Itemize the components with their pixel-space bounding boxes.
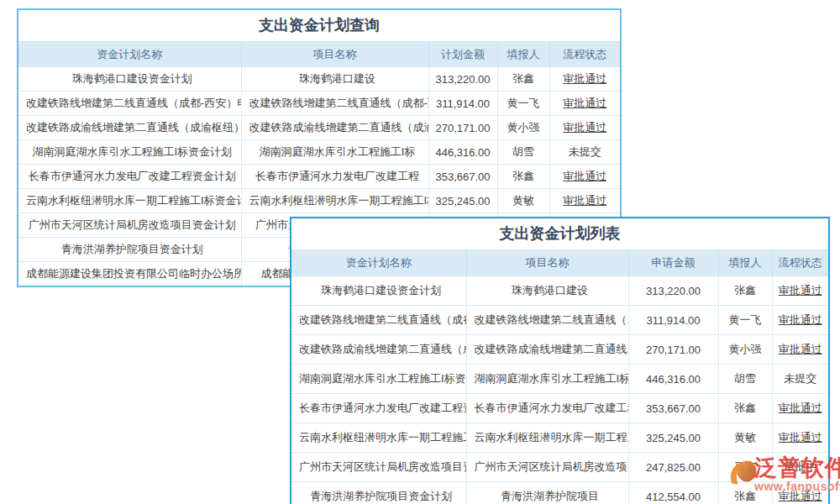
project-name-link[interactable]: 改建铁路线增建第二线直通线（成都-西安）	[241, 92, 428, 116]
plan-name-link[interactable]: 珠海鹤港口建设资金计划	[18, 67, 241, 92]
reporter-link[interactable]: 黄小强	[718, 335, 772, 365]
status-badge[interactable]: 审批通过	[549, 116, 620, 140]
plan-name-link[interactable]: 湖南洞庭湖水库引水工程施工I标资...	[291, 365, 466, 394]
status-badge[interactable]: 审批通过	[772, 423, 828, 453]
status-badge[interactable]: 审批通过	[772, 306, 828, 335]
plan-name-link[interactable]: 改建铁路线增建第二线直通线（成都-西安）电力	[18, 92, 241, 116]
project-name-link[interactable]: 改建铁路成渝线增建第二直通线...	[466, 335, 628, 365]
project-name-link[interactable]: 云南水利枢纽潜明水库一期工程施工I标	[241, 189, 428, 213]
plan-name-link[interactable]: 长春市伊通河水力发电厂改建工程资...	[291, 394, 466, 423]
page: 支出资金计划查询 资金计划名称项目名称计划金额填报人流程状态 珠海鹤港口建设资金…	[0, 0, 840, 504]
plan-name-link[interactable]: 湖南洞庭湖水库引水工程施工I标资金计划	[18, 140, 241, 165]
amount-value: 311,914.00	[628, 306, 718, 335]
project-name-link[interactable]: 长春市伊通河水力发电厂改建工程	[466, 394, 628, 423]
plan-name-link[interactable]: 改建铁路成渝线增建第二直通线（成渝枢纽）电力	[18, 116, 241, 140]
amount-value: 313,220.00	[428, 67, 497, 92]
plan-name-link[interactable]: 成都能源建设集团投资有限公司临时办公场所装	[18, 262, 241, 286]
amount-value: 313,220.00	[628, 276, 718, 306]
amount-value: 270,171.00	[428, 116, 497, 140]
column-header: 流程状态	[772, 250, 828, 276]
column-header: 项目名称	[466, 250, 628, 276]
amount-value: 353,667.00	[428, 165, 497, 189]
query-window-title: 支出资金计划查询	[18, 10, 620, 41]
reporter-link[interactable]: 张鑫	[497, 67, 549, 92]
amount-value: 325,245.00	[428, 189, 497, 213]
reporter-link[interactable]: 黄敏	[497, 189, 549, 213]
plan-name-link[interactable]: 改建铁路成渝线增建第二直通线（成...	[291, 335, 466, 365]
status-badge[interactable]: 审批通过	[772, 394, 828, 423]
table-row: 长春市伊通河水力发电厂改建工程资金计划长春市伊通河水力发电厂改建工程353,66…	[18, 165, 620, 189]
project-name-link[interactable]: 湖南洞庭湖水库引水工程施工I标	[241, 140, 428, 165]
amount-value: 325,245.00	[628, 423, 718, 453]
reporter-link[interactable]: 张鑫	[497, 165, 549, 189]
watermark: 泛普软件 www.fanpusoft.com	[727, 456, 840, 493]
table-row: 湖南洞庭湖水库引水工程施工I标资金计划湖南洞庭湖水库引水工程施工I标446,31…	[18, 140, 620, 165]
table-row: 珠海鹤港口建设资金计划珠海鹤港口建设313,220.00张鑫审批通过	[291, 276, 828, 306]
table-row: 长春市伊通河水力发电厂改建工程资...长春市伊通河水力发电厂改建工程353,66…	[291, 394, 828, 423]
amount-value: 353,667.00	[628, 394, 718, 423]
column-header: 计划金额	[428, 42, 497, 67]
plan-name-link[interactable]: 云南水利枢纽潜明水库一期工程施工...	[291, 423, 466, 453]
amount-value: 311,914.00	[428, 92, 497, 116]
list-window-title: 支出资金计划列表	[291, 218, 828, 249]
reporter-link[interactable]: 张鑫	[718, 394, 772, 423]
project-name-link[interactable]: 云南水利枢纽潜明水库一期工程...	[466, 423, 628, 453]
column-header: 项目名称	[241, 42, 428, 67]
table-row: 湖南洞庭湖水库引水工程施工I标资...湖南洞庭湖水库引水工程施工I标446,31…	[291, 365, 828, 394]
status-badge[interactable]: 未提交	[549, 140, 620, 165]
amount-value: 446,316.00	[428, 140, 497, 165]
plan-name-link[interactable]: 云南水利枢纽潜明水库一期工程施工I标资金计划	[18, 189, 241, 213]
reporter-link[interactable]: 张鑫	[718, 276, 772, 306]
watermark-brand: 泛普软件	[754, 456, 840, 480]
status-badge[interactable]: 审批通过	[549, 165, 620, 189]
plan-name-link[interactable]: 珠海鹤港口建设资金计划	[291, 276, 466, 306]
plan-name-link[interactable]: 长春市伊通河水力发电厂改建工程资金计划	[18, 165, 241, 189]
column-header: 资金计划名称	[18, 42, 241, 67]
project-name-link[interactable]: 广州市天河区统计局机房改造项目	[466, 453, 628, 482]
watermark-text: 泛普软件 www.fanpusoft.com	[754, 456, 840, 493]
project-name-link[interactable]: 湖南洞庭湖水库引水工程施工I标	[466, 365, 628, 394]
reporter-link[interactable]: 黄一飞	[718, 306, 772, 335]
table-row: 改建铁路线增建第二线直通线（成都-西安）电力改建铁路线增建第二线直通线（成都-西…	[18, 92, 620, 116]
column-header: 申请金额	[628, 250, 718, 276]
plan-name-link[interactable]: 广州市天河区统计局机房改造项目资金计划	[18, 213, 241, 238]
amount-value: 412,554.00	[628, 482, 718, 504]
plan-name-link[interactable]: 改建铁路线增建第二线直通线（成都...	[291, 306, 466, 335]
amount-value: 446,316.00	[628, 365, 718, 394]
project-name-link[interactable]: 改建铁路线增建第二线直通线（...	[466, 306, 628, 335]
plan-name-link[interactable]: 广州市天河区统计局机房改造项目资...	[291, 453, 466, 482]
table-row: 云南水利枢纽潜明水库一期工程施工...云南水利枢纽潜明水库一期工程...325,…	[291, 423, 828, 453]
reporter-link[interactable]: 胡雪	[497, 140, 549, 165]
reporter-link[interactable]: 黄小强	[497, 116, 549, 140]
project-name-link[interactable]: 珠海鹤港口建设	[466, 276, 628, 306]
table-row: 改建铁路成渝线增建第二直通线（成...改建铁路成渝线增建第二直通线...270,…	[291, 335, 828, 365]
status-badge[interactable]: 审批通过	[549, 189, 620, 213]
status-badge[interactable]: 审批通过	[772, 276, 828, 306]
plan-name-link[interactable]: 青海洪湖养护院项目资金计划	[291, 482, 466, 504]
status-badge[interactable]: 审批通过	[549, 67, 620, 92]
status-badge[interactable]: 审批通过	[549, 92, 620, 116]
reporter-link[interactable]: 胡雪	[718, 365, 772, 394]
plan-name-link[interactable]: 青海洪湖养护院项目资金计划	[18, 238, 241, 262]
status-badge[interactable]: 审批通过	[772, 335, 828, 365]
list-table-header-row: 资金计划名称项目名称申请金额填报人流程状态	[291, 250, 828, 276]
project-name-link[interactable]: 青海洪湖养护院项目	[466, 482, 628, 504]
project-name-link[interactable]: 改建铁路成渝线增建第二直通线（成渝枢纽）	[241, 116, 428, 140]
watermark-url: www.fanpusoft.com	[754, 480, 840, 493]
fanpu-logo-icon	[727, 458, 758, 490]
amount-value: 247,825.00	[628, 453, 718, 482]
table-row: 珠海鹤港口建设资金计划珠海鹤港口建设313,220.00张鑫审批通过	[18, 67, 620, 92]
table-row: 改建铁路成渝线增建第二直通线（成渝枢纽）电力改建铁路成渝线增建第二直通线（成渝枢…	[18, 116, 620, 140]
table-row: 云南水利枢纽潜明水库一期工程施工I标资金计划云南水利枢纽潜明水库一期工程施工I标…	[18, 189, 620, 213]
project-name-link[interactable]: 珠海鹤港口建设	[241, 67, 428, 92]
status-badge[interactable]: 未提交	[772, 365, 828, 394]
reporter-link[interactable]: 黄敏	[718, 423, 772, 453]
column-header: 资金计划名称	[291, 250, 466, 276]
column-header: 填报人	[718, 250, 772, 276]
table-row: 改建铁路线增建第二线直通线（成都...改建铁路线增建第二线直通线（...311,…	[291, 306, 828, 335]
amount-value: 270,171.00	[628, 335, 718, 365]
column-header: 填报人	[497, 42, 549, 67]
column-header: 流程状态	[549, 42, 620, 67]
project-name-link[interactable]: 长春市伊通河水力发电厂改建工程	[241, 165, 428, 189]
reporter-link[interactable]: 黄一飞	[497, 92, 549, 116]
